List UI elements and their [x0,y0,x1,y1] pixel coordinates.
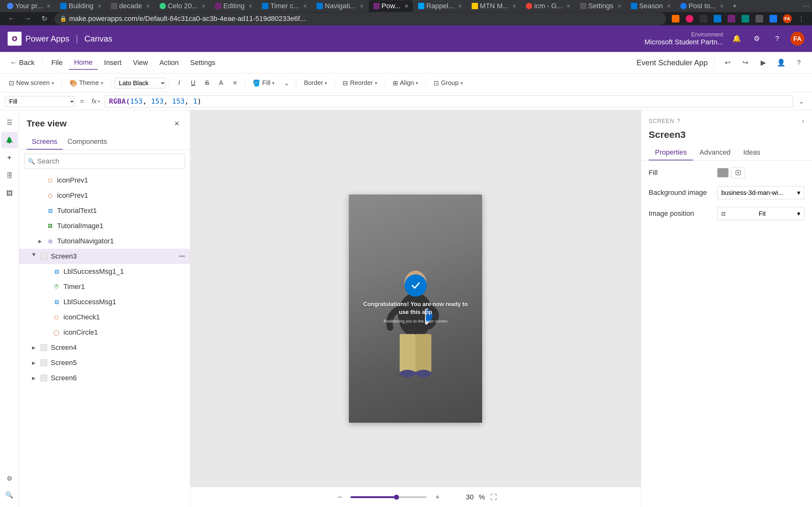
sidebar-item-tree-view[interactable]: 🌲 [1,132,18,148]
sidebar-item-insert[interactable]: + [1,150,18,166]
list-item[interactable]: ⬡ iconPrev1 [19,188,190,203]
extension-btn-4[interactable] [712,13,723,24]
props-panel-expand-button[interactable]: › [802,117,804,125]
back-nav-button[interactable]: ← Back [6,56,38,69]
list-item[interactable]: ⬡ iconCheck1 [19,309,190,325]
underline-button[interactable]: U [188,77,199,89]
zoom-slider[interactable] [351,496,426,498]
tab-building[interactable]: Building ✕ [56,0,106,12]
tree-search-input[interactable] [24,154,185,169]
sidebar-item-search[interactable]: 🔍 [1,487,18,503]
tab-close-celo[interactable]: ✕ [201,3,206,9]
bg-image-dropdown[interactable]: business-3d-man-wi... ▾ [717,186,804,199]
undo-button[interactable]: ↩ [721,56,734,70]
extension-btn-2[interactable] [684,13,695,24]
tab-settings[interactable]: Settings ✕ [576,0,626,12]
list-item[interactable]: 🖼 TutorialImage1 [19,218,190,233]
tab-rappel[interactable]: Rappel... ✕ [414,0,467,12]
extension-btn-5[interactable] [726,13,737,24]
list-item[interactable]: ⊡ LblSuccessMsg1_1 [19,264,190,279]
italic-button[interactable]: I [173,77,185,89]
notification-button[interactable]: 🔔 [729,32,744,46]
sidebar-item-media[interactable]: 🖼 [1,185,18,202]
image-position-dropdown[interactable]: ⊡ Fit ▾ [717,207,804,220]
list-item[interactable]: ▶ Screen3 ••• [19,249,190,264]
tab-close-mtn[interactable]: ✕ [512,3,516,9]
address-bar[interactable]: 🔒 make.powerapps.com/e/Default-84c31ca0-… [55,12,666,25]
font-selector[interactable]: Lato Black [115,78,165,89]
property-dropdown[interactable]: Fill [5,96,75,107]
tree-panel-close-button[interactable]: ✕ [171,118,183,129]
more-format-button[interactable]: ⌄ [281,77,292,89]
item-more-icon[interactable]: ••• [179,253,185,260]
new-tab-button[interactable]: + [729,0,740,12]
tab-close-icm[interactable]: ✕ [566,3,571,9]
fill-color-swatch[interactable] [717,168,728,177]
list-item[interactable]: ⊡ LblSuccessMsg1 [19,294,190,309]
strikethrough-button[interactable]: S [201,77,213,89]
extension-btn-7[interactable] [754,13,765,24]
canvas-expand-button[interactable]: ⛶ [490,493,497,501]
theme-button[interactable]: 🎨 Theme ▾ [66,77,107,89]
tab-strip-more[interactable]: ⋯ [803,2,809,10]
list-item[interactable]: ⬡ iconPrev1 [19,173,190,188]
fill-button[interactable]: 🪣 Fill ▾ [249,77,278,89]
list-item[interactable]: ⏱ Timer1 [19,279,190,294]
tab-navigator[interactable]: Navigati... ✕ [312,0,368,12]
back-button[interactable]: ← [5,12,18,25]
list-item[interactable]: ▶ ⊞ TutorialNavigator1 [19,233,190,249]
user-avatar[interactable]: FA [791,32,804,46]
tab-timer[interactable]: Timer c... ✕ [258,0,311,12]
tab-season[interactable]: Season ✕ [626,0,675,12]
extension-btn-3[interactable] [698,13,709,24]
tab-power[interactable]: Pow... ✕ [369,0,413,12]
list-item[interactable]: ▶ Screen6 [19,371,190,386]
fill-edit-button[interactable] [731,167,745,178]
font-size-button[interactable]: A [215,77,227,89]
play-button[interactable]: ▶ [756,56,770,70]
sidebar-item-data[interactable]: 🗄 [1,167,18,184]
group-button[interactable]: ⊡ Group ▾ [430,77,467,89]
formula-property-selector[interactable]: Fill [5,96,75,107]
new-screen-button[interactable]: ⊡ New screen ▾ [5,77,58,89]
zoom-out-button[interactable]: − [334,492,345,503]
list-item[interactable]: ▶ Screen5 [19,355,190,371]
tree-tab-screens[interactable]: Screens [27,134,62,150]
tab-close-power[interactable]: ✕ [404,3,409,9]
formula-input[interactable]: RGBA(153, 153, 153, 1) [105,95,793,107]
tab-mtn[interactable]: MTN M... ✕ [467,0,521,12]
forward-button[interactable]: → [21,12,34,25]
props-tab-advanced[interactable]: Advanced [693,145,737,160]
tab-close-decade[interactable]: ✕ [146,3,150,9]
zoom-in-button[interactable]: + [432,492,443,503]
tab-close-timer[interactable]: ✕ [303,3,307,9]
formula-expand-button[interactable]: ⌄ [796,96,807,107]
profile-btn[interactable]: FA [781,13,793,24]
tab-close-navigator[interactable]: ✕ [360,3,364,9]
menu-view[interactable]: View [128,56,153,69]
props-tab-ideas[interactable]: Ideas [737,145,767,160]
tab-close-settings[interactable]: ✕ [617,3,621,9]
help-menu-button[interactable]: ? [792,56,806,70]
tab-yourpro[interactable]: Your pr... ✕ [3,0,55,12]
tab-close-rappel[interactable]: ✕ [458,3,462,9]
zoom-slider-thumb[interactable] [394,495,399,500]
tab-editing[interactable]: Editing ✕ [211,0,257,12]
tab-close-yourpro[interactable]: ✕ [47,3,51,9]
menu-action[interactable]: Action [154,56,184,69]
menu-insert[interactable]: Insert [99,56,126,69]
help-button[interactable]: ? [770,32,784,46]
align-button[interactable]: ≡ [229,77,241,89]
sidebar-hamburger-button[interactable]: ☰ [1,114,18,130]
tree-tab-components[interactable]: Components [62,134,112,150]
redo-button[interactable]: ↪ [739,56,752,70]
tab-decade[interactable]: decade ✕ [107,0,154,12]
tab-postto[interactable]: Post to... ✕ [676,0,728,12]
sidebar-item-advanced-tools[interactable]: ⚙ [1,470,18,487]
list-item[interactable]: ⊡ TutorialText1 [19,203,190,218]
align-items-button[interactable]: ⊞ Align ▾ [389,77,422,89]
menu-home[interactable]: Home [69,56,98,70]
extension-btn-6[interactable] [740,13,751,24]
reload-button[interactable]: ↻ [38,12,51,25]
tab-celo[interactable]: Celo 20... ✕ [155,0,210,12]
